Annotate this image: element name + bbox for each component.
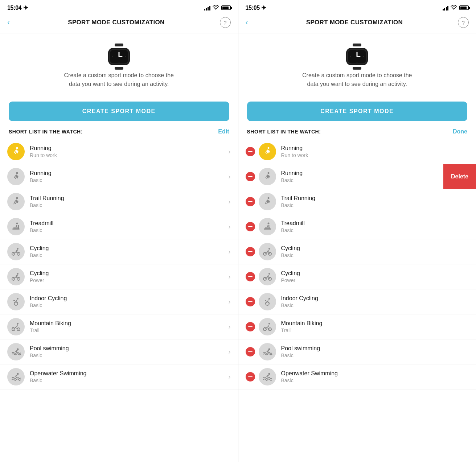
list-item[interactable]: Mountain Biking Trail › [0,314,238,339]
sport-icon-wrap [7,168,25,185]
list-item-text: Trail Running Basic [30,195,226,208]
list-item[interactable]: Pool swimming Basic [238,339,476,364]
list-item-name: Indoor Cycling [281,295,469,302]
status-time: 15:05 ✈ [246,4,266,11]
delete-button[interactable]: Delete [443,164,476,189]
sport-list: Running Run to work › Running Basic › [0,139,238,462]
watch-area: Create a custom sport mode to choose the… [238,33,476,96]
list-item[interactable]: Openwater Swimming Basic › [0,364,238,389]
list-item-sub: Basic [281,378,469,383]
svg-point-43 [267,197,269,199]
list-item[interactable]: Mountain Biking Trail [238,314,476,339]
list-item[interactable]: Running Run to work › [0,139,238,164]
list-item-name: Trail Running [281,195,469,202]
watch-description: Create a custom sport mode to choose the… [61,71,177,88]
create-sport-mode-button[interactable]: CREATE SPORT MODE [247,102,468,121]
list-item[interactable]: Indoor Cycling Basic › [0,289,238,314]
list-item-text: Cycling Power [281,270,469,283]
help-button[interactable]: ? [458,17,469,28]
list-item[interactable]: Trail Running Basic › [0,189,238,214]
status-bar: 15:05 ✈ [238,0,476,13]
delete-minus-button[interactable] [246,147,255,156]
short-list-label: SHORT LIST IN THE WATCH: [9,129,83,135]
delete-minus-button[interactable] [246,222,255,231]
list-item-sub: Trail [281,327,469,333]
list-item-text: Cycling Power [30,270,226,283]
list-item[interactable]: Running Basic Delete [238,164,476,189]
list-item[interactable]: Cycling Basic › [0,239,238,264]
back-button[interactable]: ‹ [7,16,13,29]
screens-container: 15:04 ✈ ‹ SPORT MODE CUSTOMIZATION ? [0,0,476,462]
create-sport-mode-button[interactable]: CREATE SPORT MODE [9,102,229,121]
chevron-right-icon: › [229,273,231,281]
list-item-sub: Basic [30,352,226,358]
delete-minus-button[interactable] [246,247,255,256]
delete-minus-button[interactable] [246,347,255,356]
list-item-text: Openwater Swimming Basic [281,370,469,383]
delete-minus-button[interactable] [246,297,255,306]
list-item-name: Treadmill [30,220,226,227]
list-item-sub: Basic [281,252,469,258]
list-item-text: Running Run to work [281,145,469,158]
svg-point-0 [216,9,216,10]
list-item[interactable]: Cycling Power › [0,264,238,289]
sport-icon-wrap [259,193,276,210]
list-item[interactable]: Running Basic › [0,164,238,189]
list-item[interactable]: Treadmill Basic [238,214,476,239]
delete-minus-button[interactable] [246,172,255,181]
watch-icon [342,42,372,71]
delete-minus-button[interactable] [246,197,255,206]
back-button[interactable]: ‹ [246,16,251,29]
svg-point-60 [268,348,270,350]
list-item[interactable]: Indoor Cycling Basic [238,289,476,314]
list-item-text: Indoor Cycling Basic [30,295,226,308]
list-item[interactable]: Cycling Power [238,264,476,289]
list-item-text: Pool swimming Basic [281,345,469,358]
list-item-name: Pool swimming [281,345,469,352]
svg-point-42 [267,172,269,174]
list-item[interactable]: Openwater Swimming Basic [238,364,476,389]
wifi-icon [213,5,219,11]
list-item-sub: Basic [30,302,226,308]
list-item-text: Cycling Basic [281,245,469,258]
delete-minus-button[interactable] [246,322,255,331]
wifi-icon [451,5,457,11]
list-item-name: Cycling [30,270,226,277]
list-item[interactable]: Running Run to work [238,139,476,164]
svg-rect-13 [12,228,20,230]
list-item-text: Cycling Basic [30,245,226,258]
delete-minus-button[interactable] [246,272,255,281]
list-item-sub: Basic [281,177,469,183]
list-item-sub: Basic [281,302,469,308]
signal-icon [204,5,210,11]
sport-icon-wrap [259,318,276,335]
svg-point-23 [14,302,18,305]
nav-bar: ‹ SPORT MODE CUSTOMIZATION ? [238,13,476,33]
sport-icon-wrap [259,268,276,285]
list-item-sub: Power [281,277,469,283]
list-item-name: Trail Running [30,195,226,202]
svg-point-54 [266,302,269,305]
short-list-action-button[interactable]: Done [453,128,467,135]
svg-point-15 [16,223,18,224]
delete-minus-button[interactable] [246,372,255,381]
svg-rect-1 [115,44,123,46]
list-item-name: Treadmill [281,220,469,227]
chevron-right-icon: › [229,298,231,306]
list-item-name: Mountain Biking [30,320,226,327]
sport-icon-wrap [7,143,25,160]
list-item-name: Running [281,145,469,152]
list-item[interactable]: Trail Running Basic [238,189,476,214]
help-button[interactable]: ? [220,17,231,28]
list-item[interactable]: Treadmill Basic › [0,214,238,239]
status-time: 15:04 ✈ [7,4,28,11]
sport-icon-wrap [7,318,25,335]
svg-rect-2 [115,67,123,70]
sport-list: Running Run to work Running Basic Delete [238,139,476,462]
svg-point-46 [267,223,269,224]
sport-icon-wrap [7,218,25,235]
short-list-action-button[interactable]: Edit [218,128,229,135]
list-item[interactable]: Cycling Basic [238,239,476,264]
list-item-text: Pool swimming Basic [30,345,226,358]
list-item[interactable]: Pool swimming Basic › [0,339,238,364]
